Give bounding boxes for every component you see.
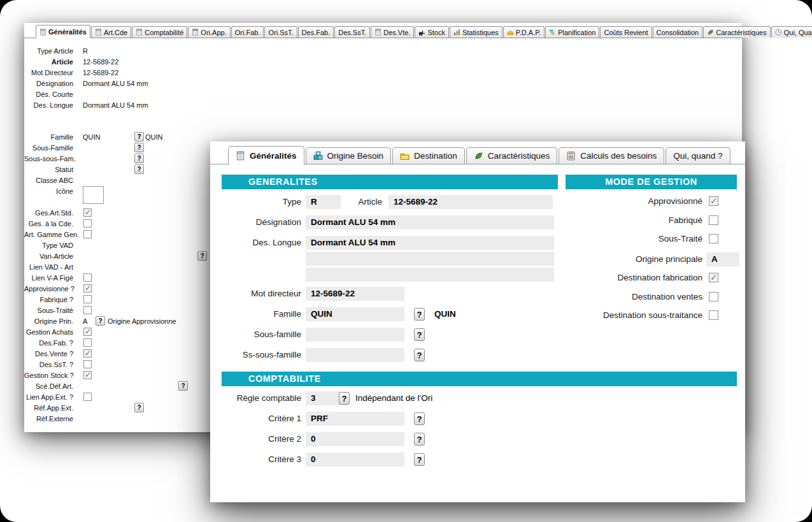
field-label: Approvisionne ?	[24, 285, 73, 293]
field-value[interactable]: 12-5689-22	[83, 69, 118, 76]
checkbox-des-sst[interactable]	[83, 360, 92, 368]
back-tab-p-d-a-p[interactable]: P.D.A.P.	[503, 26, 545, 38]
checkbox-sous-traite[interactable]	[83, 306, 92, 314]
front-tab-destination[interactable]: Destination	[392, 147, 465, 164]
front-tab-caracteristiques[interactable]: Caractéristiques	[466, 147, 558, 164]
checkbox-lien-app-ext[interactable]	[83, 393, 92, 401]
famille-field[interactable]: QUIN	[306, 307, 404, 321]
tab-label: Caractéristiques	[488, 151, 550, 161]
checkbox-approvisionne[interactable]	[709, 196, 718, 206]
calc-icon	[566, 151, 576, 161]
field-value[interactable]: Dormant ALU 54 mm	[83, 80, 148, 87]
back-tab-qui-quand[interactable]: Qui, Quand ?	[771, 26, 812, 38]
compta-label-regle-comptable: Règle comptable	[210, 391, 301, 405]
back-tab-comptabilite[interactable]: Comptabilité	[132, 26, 187, 38]
back-tab-generalites[interactable]: Généralités	[36, 25, 90, 38]
field-critere-3[interactable]: 0	[306, 453, 404, 467]
tab-label: Coûts Revient	[604, 29, 648, 36]
checkbox-sous-traite[interactable]	[709, 234, 718, 243]
field-value[interactable]: R	[83, 47, 88, 55]
checkbox-destination-sous-traitance[interactable]	[709, 310, 718, 320]
front-tab-calculs-des-besoins[interactable]: Calculs des besoins	[559, 147, 664, 164]
famille-label: Famille	[210, 307, 301, 321]
help-button-sous-sous-fam[interactable]: ?	[134, 154, 144, 163]
back-tab-ori-fab[interactable]: Ori.Fab.	[231, 26, 264, 38]
back-tab-ori-sst[interactable]: Ori.SsT.	[264, 26, 297, 38]
back-tab-des-vte[interactable]: Des.Vte.	[371, 26, 414, 38]
field-value[interactable]: QUIN	[83, 133, 101, 141]
ss-sous-famille-help-button[interactable]: ?	[414, 349, 425, 361]
help-button-critere-3[interactable]: ?	[414, 453, 425, 466]
field-label: Type Article	[24, 47, 73, 55]
notepad-icon	[236, 151, 245, 161]
back-tab-stock[interactable]: Stock	[415, 26, 449, 38]
checkbox-gestion-stock[interactable]	[83, 371, 92, 379]
back-tab-strip: GénéralitésArt.CdeComptabilitéOri.App.Or…	[24, 23, 742, 38]
sous-famille-help-button[interactable]: ?	[414, 328, 425, 341]
mode-label-fabrique: Fabriqué	[478, 215, 702, 226]
checkbox-destination-fabrication[interactable]	[709, 273, 718, 282]
back-tab-statistiques[interactable]: Statistiques	[450, 26, 502, 38]
icon-preview-box[interactable]	[83, 186, 104, 204]
field-label: Lien V-A Figé	[24, 274, 73, 282]
back-tab-consolidation[interactable]: Consolidation	[653, 26, 703, 38]
checkbox-art-gamme-gen[interactable]	[83, 230, 92, 238]
back-tab-des-sst[interactable]: Des.SsT.	[334, 26, 370, 38]
help-button-sous-famille[interactable]: ?	[134, 143, 144, 152]
tab-label: Destination	[414, 151, 457, 161]
field-value[interactable]: Dormant ALU 54 mm	[83, 101, 148, 109]
hardhat-icon	[507, 29, 514, 36]
back-tab-ori-app[interactable]: Ori.App.	[188, 26, 230, 38]
checkbox-gestion-achats[interactable]	[83, 328, 92, 336]
mode-label-approvisionne: Approvisionné	[478, 196, 702, 207]
back-tab-caracteristiques[interactable]: Caractéristiques	[703, 26, 770, 38]
help-button-origine-prin[interactable]: ?	[96, 316, 105, 326]
field-row-type-article: Type ArticleR	[24, 46, 742, 57]
mot-directeur-field[interactable]: 12-5689-22	[306, 287, 404, 301]
field-label: Statut	[24, 166, 73, 173]
field-row-article: Article12-5689-22	[24, 57, 742, 68]
tab-label: Généralités	[48, 28, 87, 36]
field-origine-principale[interactable]: A	[706, 252, 739, 266]
famille-help-button[interactable]: ?	[414, 308, 425, 321]
field-critere-1[interactable]: PRF	[306, 412, 404, 426]
help-button-ref-app-ext[interactable]: ?	[134, 403, 144, 412]
back-tab-art-cde[interactable]: Art.Cde	[91, 26, 131, 38]
help-button-famille[interactable]: ?	[134, 132, 144, 141]
field-label: Vari-Article	[24, 252, 73, 260]
help-button-statut[interactable]: ?	[134, 164, 144, 174]
back-tab-couts-revient[interactable]: Coûts Revient	[600, 26, 652, 38]
checkbox-ges-a-la-cde[interactable]	[83, 219, 92, 228]
front-tab-generalites[interactable]: Généralités	[228, 146, 304, 165]
help-button-sce-def-art[interactable]: ?	[178, 381, 188, 391]
ss-sous-famille-field[interactable]	[306, 348, 404, 362]
field-value[interactable]: 12-5689-22	[83, 58, 118, 66]
checkbox-approvisionne[interactable]	[83, 284, 92, 293]
tab-label: Des.SsT.	[338, 29, 366, 36]
help-button-critere-2[interactable]: ?	[414, 433, 425, 446]
sous-famille-field[interactable]	[306, 328, 404, 342]
checkbox-des-vente[interactable]	[83, 349, 92, 358]
help-button-critere-1[interactable]: ?	[414, 412, 425, 425]
compta-label-critere-2: Critère 2	[210, 432, 301, 446]
checkbox-lien-v-a-fige[interactable]	[83, 273, 92, 282]
help-button-vari-article[interactable]: ?	[197, 251, 207, 261]
field-critere-2[interactable]: 0	[306, 432, 404, 446]
front-tab-origine-besoin[interactable]: Origine Besoin	[306, 147, 392, 164]
forklift-icon	[418, 29, 425, 36]
field-row-mot-directeur: Mot Directeur12-5689-22	[24, 68, 742, 78]
field-regle-comptable[interactable]: 3	[306, 391, 341, 405]
help-button-regle-comptable[interactable]: ?	[339, 392, 350, 405]
article-label: Article	[318, 195, 382, 209]
checkbox-destination-ventes[interactable]	[709, 292, 718, 301]
field-value[interactable]: A	[83, 317, 87, 325]
field-label: Des.Fab. ?	[24, 339, 73, 347]
checkbox-ges-art-std[interactable]	[83, 208, 92, 217]
checkbox-fabrique[interactable]	[709, 215, 718, 225]
front-tab-qui-quand[interactable]: Qui, quand ?	[666, 147, 730, 164]
back-tab-des-fab[interactable]: Des.Fab.	[298, 26, 334, 38]
checkbox-des-fab[interactable]	[83, 338, 92, 347]
back-tab-planification[interactable]: Planification	[545, 26, 599, 38]
compta-label-critere-1: Critère 1	[210, 412, 301, 426]
checkbox-fabrique[interactable]	[83, 295, 92, 303]
